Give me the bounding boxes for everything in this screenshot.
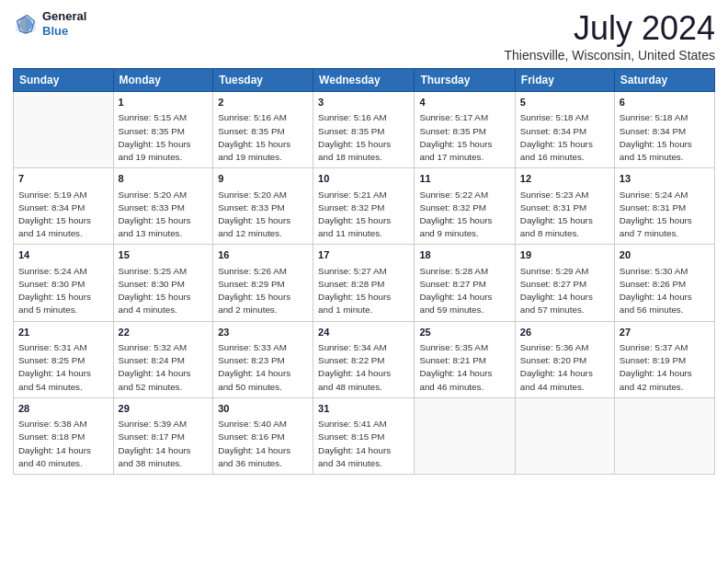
calendar-cell: 4Sunrise: 5:17 AM Sunset: 8:35 PM Daylig… [415,92,515,168]
calendar-header-monday: Monday [113,69,213,92]
day-number: 26 [520,326,609,339]
day-number: 24 [318,326,409,339]
day-info: Sunrise: 5:16 AM Sunset: 8:35 PM Dayligh… [218,111,308,164]
calendar-cell [515,397,614,474]
calendar-cell [415,397,515,474]
title-block: July 2024 Thiensville, Wisconsin, United… [504,9,715,63]
day-number: 6 [620,96,710,109]
day-number: 28 [18,402,108,416]
calendar-header-tuesday: Tuesday [213,69,313,92]
day-info: Sunrise: 5:34 AM Sunset: 8:22 PM Dayligh… [318,341,409,394]
day-info: Sunrise: 5:18 AM Sunset: 8:34 PM Dayligh… [520,111,609,164]
calendar-cell [14,92,114,168]
calendar-cell: 9Sunrise: 5:20 AM Sunset: 8:33 PM Daylig… [213,168,313,245]
calendar-cell: 5Sunrise: 5:18 AM Sunset: 8:34 PM Daylig… [515,92,614,168]
day-number: 2 [218,96,308,109]
logo: General Blue [13,9,86,38]
calendar-week-row: 21Sunrise: 5:31 AM Sunset: 8:25 PM Dayli… [14,321,715,397]
day-number: 12 [520,172,609,186]
calendar-header-saturday: Saturday [614,69,714,92]
header: General Blue July 2024 Thiensville, Wisc… [13,9,715,63]
logo-blue: Blue [42,24,86,39]
calendar-cell: 3Sunrise: 5:16 AM Sunset: 8:35 PM Daylig… [313,92,415,168]
day-number: 9 [218,172,308,186]
day-info: Sunrise: 5:26 AM Sunset: 8:29 PM Dayligh… [218,265,308,317]
calendar-cell: 17Sunrise: 5:27 AM Sunset: 8:28 PM Dayli… [313,245,415,321]
calendar-cell: 12Sunrise: 5:23 AM Sunset: 8:31 PM Dayli… [515,168,614,245]
day-number: 18 [419,248,509,262]
calendar-cell: 28Sunrise: 5:38 AM Sunset: 8:18 PM Dayli… [14,397,114,474]
day-number: 14 [18,248,108,262]
day-number: 31 [318,402,409,416]
day-info: Sunrise: 5:15 AM Sunset: 8:35 PM Dayligh… [119,111,209,164]
calendar-cell: 31Sunrise: 5:41 AM Sunset: 8:15 PM Dayli… [313,397,415,474]
day-info: Sunrise: 5:32 AM Sunset: 8:24 PM Dayligh… [119,341,209,394]
day-number: 5 [520,96,609,109]
day-info: Sunrise: 5:37 AM Sunset: 8:19 PM Dayligh… [620,341,710,394]
day-number: 19 [520,248,609,262]
calendar-cell: 10Sunrise: 5:21 AM Sunset: 8:32 PM Dayli… [313,168,415,245]
day-number: 13 [620,172,710,186]
calendar-cell [614,397,714,474]
day-info: Sunrise: 5:29 AM Sunset: 8:27 PM Dayligh… [520,265,609,317]
calendar-header-thursday: Thursday [415,69,515,92]
day-number: 22 [119,326,209,339]
day-number: 21 [18,326,108,339]
day-number: 30 [218,402,308,416]
day-number: 27 [620,326,710,339]
calendar-cell: 23Sunrise: 5:33 AM Sunset: 8:23 PM Dayli… [213,321,313,397]
day-number: 29 [119,402,209,416]
calendar-table: SundayMondayTuesdayWednesdayThursdayFrid… [13,68,715,475]
calendar-cell: 13Sunrise: 5:24 AM Sunset: 8:31 PM Dayli… [614,168,714,245]
calendar-cell: 16Sunrise: 5:26 AM Sunset: 8:29 PM Dayli… [213,245,313,321]
day-info: Sunrise: 5:24 AM Sunset: 8:30 PM Dayligh… [18,265,108,317]
day-info: Sunrise: 5:17 AM Sunset: 8:35 PM Dayligh… [419,111,509,164]
day-info: Sunrise: 5:41 AM Sunset: 8:15 PM Dayligh… [318,418,409,470]
day-number: 15 [119,248,209,262]
calendar-cell: 21Sunrise: 5:31 AM Sunset: 8:25 PM Dayli… [14,321,114,397]
calendar-header-row: SundayMondayTuesdayWednesdayThursdayFrid… [14,69,715,92]
day-info: Sunrise: 5:31 AM Sunset: 8:25 PM Dayligh… [18,341,108,394]
calendar-week-row: 28Sunrise: 5:38 AM Sunset: 8:18 PM Dayli… [14,397,715,474]
logo-text: General Blue [42,9,86,38]
calendar-header-friday: Friday [515,69,614,92]
day-number: 8 [119,172,209,186]
logo-general: General [42,9,86,24]
calendar-week-row: 14Sunrise: 5:24 AM Sunset: 8:30 PM Dayli… [14,245,715,321]
day-number: 11 [419,172,509,186]
day-info: Sunrise: 5:40 AM Sunset: 8:16 PM Dayligh… [218,418,308,470]
main-title: July 2024 [504,9,715,48]
day-info: Sunrise: 5:36 AM Sunset: 8:20 PM Dayligh… [520,341,609,394]
day-info: Sunrise: 5:27 AM Sunset: 8:28 PM Dayligh… [318,265,409,317]
day-info: Sunrise: 5:39 AM Sunset: 8:17 PM Dayligh… [119,418,209,470]
day-info: Sunrise: 5:23 AM Sunset: 8:31 PM Dayligh… [520,189,609,241]
day-info: Sunrise: 5:33 AM Sunset: 8:23 PM Dayligh… [218,341,308,394]
day-number: 20 [620,248,710,262]
calendar-cell: 11Sunrise: 5:22 AM Sunset: 8:32 PM Dayli… [415,168,515,245]
calendar-cell: 15Sunrise: 5:25 AM Sunset: 8:30 PM Dayli… [113,245,213,321]
calendar-cell: 2Sunrise: 5:16 AM Sunset: 8:35 PM Daylig… [213,92,313,168]
calendar-cell: 25Sunrise: 5:35 AM Sunset: 8:21 PM Dayli… [415,321,515,397]
calendar-cell: 30Sunrise: 5:40 AM Sunset: 8:16 PM Dayli… [213,397,313,474]
day-info: Sunrise: 5:38 AM Sunset: 8:18 PM Dayligh… [18,418,108,470]
calendar-cell: 26Sunrise: 5:36 AM Sunset: 8:20 PM Dayli… [515,321,614,397]
calendar-week-row: 1Sunrise: 5:15 AM Sunset: 8:35 PM Daylig… [14,92,715,168]
calendar-cell: 8Sunrise: 5:20 AM Sunset: 8:33 PM Daylig… [113,168,213,245]
day-number: 10 [318,172,409,186]
day-info: Sunrise: 5:22 AM Sunset: 8:32 PM Dayligh… [419,189,509,241]
day-info: Sunrise: 5:20 AM Sunset: 8:33 PM Dayligh… [119,189,209,241]
calendar-cell: 29Sunrise: 5:39 AM Sunset: 8:17 PM Dayli… [113,397,213,474]
day-number: 16 [218,248,308,262]
logo-icon [13,11,39,37]
day-number: 1 [119,96,209,109]
day-number: 3 [318,96,409,109]
calendar-cell: 14Sunrise: 5:24 AM Sunset: 8:30 PM Dayli… [14,245,114,321]
day-info: Sunrise: 5:20 AM Sunset: 8:33 PM Dayligh… [218,189,308,241]
subtitle: Thiensville, Wisconsin, United States [504,48,715,63]
day-info: Sunrise: 5:18 AM Sunset: 8:34 PM Dayligh… [620,111,710,164]
calendar-cell: 19Sunrise: 5:29 AM Sunset: 8:27 PM Dayli… [515,245,614,321]
day-info: Sunrise: 5:21 AM Sunset: 8:32 PM Dayligh… [318,189,409,241]
calendar-cell: 24Sunrise: 5:34 AM Sunset: 8:22 PM Dayli… [313,321,415,397]
day-number: 23 [218,326,308,339]
day-info: Sunrise: 5:28 AM Sunset: 8:27 PM Dayligh… [419,265,509,317]
